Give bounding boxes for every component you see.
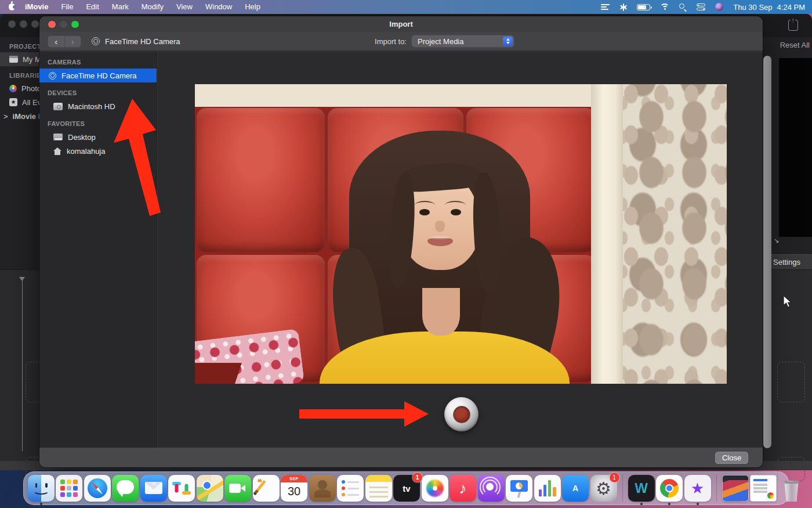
mail-icon — [140, 475, 167, 502]
import-bottom-bar: Close — [39, 448, 763, 467]
dock-item-finder[interactable] — [27, 472, 55, 505]
dock-item-messages[interactable] — [112, 472, 139, 505]
dock-item-imovie[interactable]: ★ — [684, 472, 711, 505]
inactive-close-button[interactable] — [8, 20, 16, 28]
back-button[interactable]: ‹ — [48, 36, 64, 47]
home-icon — [53, 147, 61, 155]
import-window: Import ‹ › FaceTime HD Camera Import to:… — [39, 16, 763, 467]
sidebar-item-desktop[interactable]: Desktop — [39, 130, 157, 144]
menu-lines-icon[interactable] — [601, 4, 610, 10]
sidebar-item-facetime-camera[interactable]: FaceTime HD Camera — [39, 69, 157, 82]
launchpad-icon — [56, 475, 82, 502]
system-preferences-icon: ⚙ 1 — [590, 475, 617, 502]
facetime-icon — [224, 475, 251, 502]
dock-item-mail[interactable] — [140, 472, 167, 505]
dock-item-contacts[interactable] — [309, 472, 336, 505]
apple-tv-icon: tv 1 — [393, 475, 420, 502]
app-sphere-icon[interactable] — [715, 3, 723, 11]
zoom-window-button[interactable] — [71, 21, 79, 28]
camera-preview — [195, 84, 727, 384]
running-indicator — [668, 503, 670, 505]
reminders-icon — [337, 475, 364, 502]
dock-item-tv[interactable]: tv 1 — [393, 472, 420, 505]
dock-item-safari[interactable] — [84, 472, 111, 505]
dock-item-trash[interactable] — [778, 472, 805, 505]
dock-item-numbers[interactable] — [534, 472, 561, 505]
import-content-area — [158, 52, 763, 448]
running-indicator — [640, 503, 643, 505]
dock-item-keynote[interactable] — [506, 472, 533, 505]
favorites-header: FAVORITES — [39, 113, 157, 130]
dock-item-document-thumbnail[interactable] — [750, 472, 777, 505]
close-button[interactable]: Close — [715, 452, 748, 464]
inactive-minimize-button[interactable] — [20, 20, 27, 28]
dock-item-launchpad[interactable] — [56, 472, 83, 505]
preview-bed-corner — [195, 363, 241, 384]
menu-clock[interactable]: Thu 30 Sep 4:24 PM — [733, 3, 805, 12]
dock-item-system-preferences[interactable]: ⚙ 1 — [590, 472, 617, 505]
menu-edit[interactable]: Edit — [79, 0, 105, 14]
sidebar-item-home-folder[interactable]: komalahuja — [39, 144, 157, 158]
menu-mark[interactable]: Mark — [106, 0, 135, 14]
dock-item-reminders[interactable] — [337, 472, 364, 505]
panel-scrollbar[interactable] — [763, 56, 771, 448]
menu-view[interactable]: View — [170, 0, 199, 14]
desktop-label: Desktop — [68, 133, 96, 142]
dock-item-podcasts[interactable] — [477, 472, 505, 505]
disclosure-chevron-icon[interactable]: > — [3, 112, 8, 121]
dock-item-music[interactable]: ♪ — [449, 472, 477, 505]
minimize-window-button[interactable] — [60, 21, 67, 28]
dock-item-slack[interactable] — [168, 472, 195, 505]
dock-item-notes[interactable] — [365, 472, 392, 505]
dock-item-app-store[interactable] — [562, 472, 589, 505]
reset-all-button[interactable]: Reset All — [780, 41, 810, 49]
battery-charging-icon[interactable] — [637, 4, 650, 10]
trash-icon — [778, 475, 805, 502]
notes-icon — [365, 475, 392, 502]
timeline-playhead[interactable] — [22, 277, 23, 451]
inactive-zoom-button[interactable] — [31, 20, 39, 28]
clapperboard-icon — [9, 56, 18, 63]
close-window-button[interactable] — [48, 21, 56, 28]
desktop-screen: iMovie File Edit Mark Modify View Window… — [0, 0, 812, 508]
dock-item-facetime[interactable] — [224, 472, 252, 505]
import-to-dropdown[interactable]: Project Media — [411, 35, 514, 48]
dock-item-webex[interactable]: W — [628, 472, 655, 505]
contacts-icon — [309, 475, 336, 502]
menu-help[interactable]: Help — [238, 0, 267, 14]
dock-item-pages[interactable]: ❝ — [252, 472, 280, 505]
record-button[interactable] — [444, 397, 478, 431]
timeline-settings-button[interactable]: Settings — [771, 254, 812, 269]
calendar-month: SEP — [281, 475, 307, 482]
control-center-icon[interactable] — [697, 3, 705, 10]
import-sidebar: CAMERAS FaceTime HD Camera DEVICES Macin… — [39, 52, 157, 448]
menu-modify[interactable]: Modify — [135, 0, 170, 14]
dock-item-chrome[interactable] — [656, 472, 683, 505]
dropdown-chevrons-icon — [503, 37, 513, 46]
sidebar-item-macintosh-hd[interactable]: Macintosh HD — [39, 99, 157, 113]
expand-arrow-icon[interactable]: ↘ — [774, 237, 779, 244]
apple-logo-icon — [9, 3, 15, 10]
snowflake-icon[interactable] — [619, 3, 627, 11]
share-icon[interactable] — [788, 20, 798, 31]
spotlight-search-icon[interactable] — [679, 3, 687, 11]
menu-bar: iMovie File Edit Mark Modify View Window… — [0, 0, 812, 14]
desktop-icon — [53, 134, 63, 140]
dock-item-window-thumbnail[interactable] — [722, 472, 749, 505]
menu-window[interactable]: Window — [199, 0, 238, 14]
dock-item-photos[interactable] — [421, 472, 448, 505]
import-titlebar: Import — [39, 16, 763, 32]
timeline-clip-dropzone-right[interactable] — [777, 362, 805, 402]
import-to-value: Project Media — [412, 37, 463, 46]
wifi-icon[interactable] — [660, 3, 669, 10]
minimized-window-thumbnail — [722, 475, 749, 502]
dock-item-calendar[interactable]: SEP 30 — [281, 472, 308, 505]
safari-icon — [84, 475, 111, 502]
imovie-icon: ★ — [684, 475, 711, 502]
toolbar-device-name: FaceTime HD Camera — [105, 37, 180, 46]
apple-menu-icon[interactable] — [6, 0, 19, 14]
menu-file[interactable]: File — [55, 0, 79, 14]
dock-item-maps[interactable] — [196, 472, 223, 505]
forward-button[interactable]: › — [64, 36, 81, 47]
menu-app-name[interactable]: iMovie — [19, 0, 55, 14]
